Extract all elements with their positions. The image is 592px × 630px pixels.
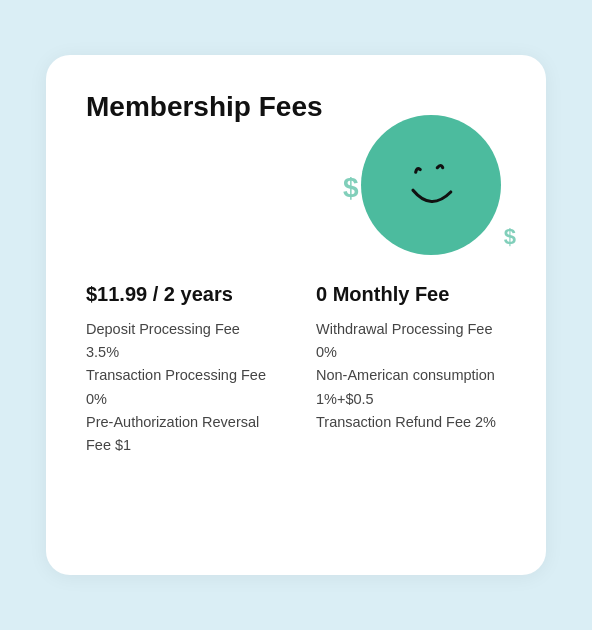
pricing-section: $11.99 / 2 years Deposit Processing Fee … bbox=[86, 283, 506, 457]
right-pricing-amount: 0 Monthly Fee bbox=[316, 283, 506, 306]
right-pricing-col: 0 Monthly Fee Withdrawal Processing Fee … bbox=[316, 283, 506, 457]
left-pricing-col: $11.99 / 2 years Deposit Processing Fee … bbox=[86, 283, 276, 457]
left-pricing-amount: $11.99 / 2 years bbox=[86, 283, 276, 306]
dollar-sign-right: $ bbox=[504, 224, 516, 250]
dollar-sign-left: $ bbox=[343, 172, 359, 204]
right-pricing-detail: Withdrawal Processing Fee 0% Non-America… bbox=[316, 318, 506, 434]
smiley-area: $ $ bbox=[361, 115, 506, 260]
smiley-circle bbox=[361, 115, 501, 255]
smiley-face-icon bbox=[386, 138, 476, 232]
left-pricing-detail: Deposit Processing Fee 3.5% Transaction … bbox=[86, 318, 276, 457]
membership-card: Membership Fees $ $ $11.99 / 2 years Dep… bbox=[46, 55, 546, 575]
